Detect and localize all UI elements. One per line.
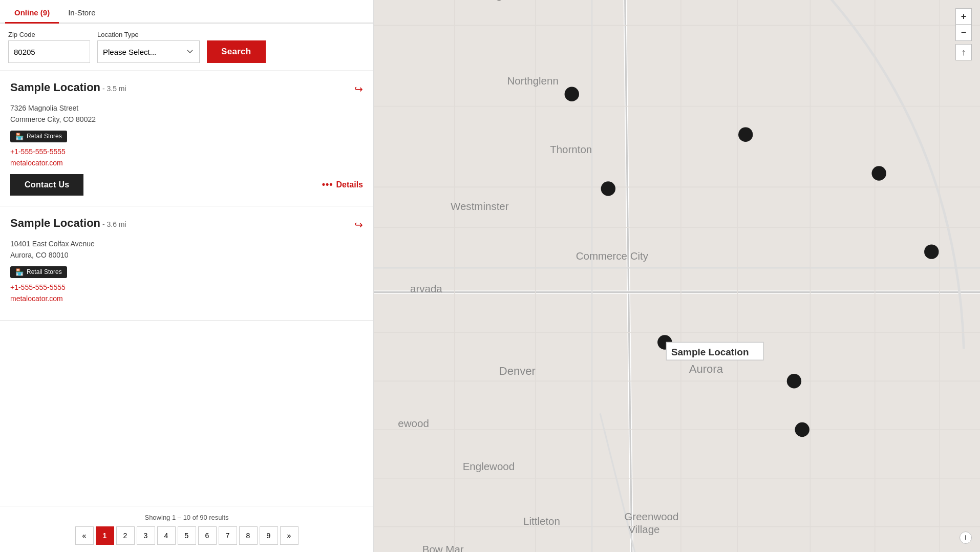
location-1-badge: 🏪 Retail Stores [10,131,67,142]
map-controls: + − ↑ [955,8,972,60]
svg-text:ewood: ewood [398,417,429,429]
svg-text:Greenwood: Greenwood [624,511,678,522]
page-1[interactable]: 1 [96,526,114,545]
location-1-distance: - 3.5 mi [102,84,126,93]
svg-text:Englewood: Englewood [463,460,515,472]
location-2-address-line1: 10401 East Colfax Avenue [10,238,363,249]
page-prev[interactable]: « [75,526,94,545]
location-1-address-line1: 7326 Magnolia Street [10,102,363,114]
tab-online[interactable]: Online (9) [5,4,59,24]
location-1-name: Sample Location [10,81,100,94]
page-5[interactable]: 5 [178,526,196,545]
svg-text:Westminster: Westminster [451,200,509,212]
svg-text:Northglenn: Northglenn [507,75,558,87]
location-type-field-group: Location Type Please Select... Retail St… [97,31,200,63]
location-1-phone[interactable]: +1-555-555-5555 [10,147,363,156]
location-1-address: 7326 Magnolia Street Commerce City, CO 8… [10,102,363,125]
page-2[interactable]: 2 [116,526,135,545]
page-next[interactable]: » [280,526,299,545]
svg-text:Sample Location: Sample Location [671,347,749,357]
info-icon: i [965,534,966,541]
svg-text:arvada: arvada [410,283,442,294]
svg-point-41 [738,128,753,142]
svg-text:Village: Village [628,523,659,535]
pagination: « 1 2 3 4 5 6 7 8 9 » [8,526,365,545]
location-2-website[interactable]: metalocator.com [10,294,363,303]
page-4[interactable]: 4 [157,526,176,545]
store-icon-2: 🏪 [15,268,24,276]
location-1-badge-label: Retail Stores [27,133,62,140]
location-2-badge-label: Retail Stores [27,268,62,275]
card-1-actions: Contact Us ••• Details [10,174,363,196]
svg-text:Commerce City: Commerce City [576,250,649,262]
svg-text:Bow Mar: Bow Mar [422,543,464,552]
card-1-title-group: Sample Location - 3.5 mi [10,81,126,94]
card-1-header: Sample Location - 3.5 mi ↪ [10,81,363,95]
compass-button[interactable]: ↑ [955,44,972,60]
location-type-select[interactable]: Please Select... Retail Stores Service C… [97,40,200,63]
svg-text:Thornton: Thornton [550,143,592,155]
details-link-1[interactable]: ••• Details [322,179,363,190]
svg-point-46 [924,244,939,259]
location-1-website[interactable]: metalocator.com [10,159,363,167]
store-icon-1: 🏪 [15,133,24,140]
location-2-badge: 🏪 Retail Stores [10,266,67,278]
map-svg: Broomfield Northglenn Westminster Thornt… [374,0,980,552]
page-3[interactable]: 3 [137,526,155,545]
svg-point-42 [601,181,615,196]
pagination-info: Showing 1 – 10 of 90 results [8,514,365,521]
pagination-container: Showing 1 – 10 of 90 results « 1 2 3 4 5… [0,506,373,552]
share-icon-1[interactable]: ↪ [354,83,363,95]
location-1-address-line2: Commerce City, CO 80022 [10,114,363,125]
search-button[interactable]: Search [207,40,266,63]
zoom-out-button[interactable]: − [955,25,972,41]
svg-text:Aurora: Aurora [689,363,723,375]
details-label-1: Details [336,180,363,189]
zoom-in-button[interactable]: + [955,8,972,25]
location-2-address: 10401 East Colfax Avenue Aurora, CO 8001… [10,238,363,261]
contact-us-button-1[interactable]: Contact Us [10,174,83,196]
location-2-distance: - 3.6 mi [102,220,126,228]
svg-text:Littleton: Littleton [523,515,560,527]
location-card-2: Sample Location - 3.6 mi ↪ 10401 East Co… [0,206,373,321]
location-2-name: Sample Location [10,217,100,229]
map-panel: Broomfield Northglenn Westminster Thornt… [374,0,980,552]
map-info-button[interactable]: i [960,532,972,544]
search-bar: Zip Code Location Type Please Select... … [0,24,373,71]
location-2-phone[interactable]: +1-555-555-5555 [10,283,363,291]
tabs: Online (9) In-Store [0,0,373,24]
location-card-1: Sample Location - 3.5 mi ↪ 7326 Magnolia… [0,71,373,206]
card-2-title-group: Sample Location - 3.6 mi [10,217,126,230]
location-type-label: Location Type [97,31,200,38]
page-7[interactable]: 7 [219,526,237,545]
tab-instore[interactable]: In-Store [59,4,104,24]
page-9[interactable]: 9 [260,526,278,545]
location-type-select-wrapper: Please Select... Retail Stores Service C… [97,40,200,63]
page-6[interactable]: 6 [198,526,217,545]
zip-input[interactable] [8,40,90,63]
share-icon-2[interactable]: ↪ [354,219,363,231]
svg-point-43 [871,166,886,180]
svg-text:Denver: Denver [499,365,536,377]
details-dots-1: ••• [322,179,333,190]
page-8[interactable]: 8 [239,526,258,545]
left-panel: Online (9) In-Store Zip Code Location Ty… [0,0,374,552]
results-list: Sample Location - 3.5 mi ↪ 7326 Magnolia… [0,71,373,506]
location-2-address-line2: Aurora, CO 80010 [10,249,363,261]
zip-label: Zip Code [8,31,90,38]
card-2-header: Sample Location - 3.6 mi ↪ [10,217,363,231]
svg-point-47 [795,422,809,437]
svg-point-40 [565,87,579,101]
zip-field-group: Zip Code [8,31,90,63]
svg-point-45 [787,374,801,388]
